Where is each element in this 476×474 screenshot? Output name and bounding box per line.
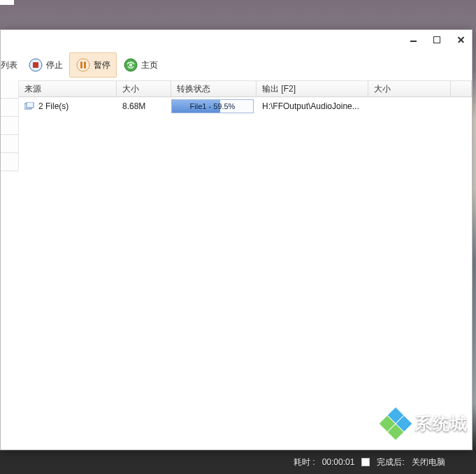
after-done-value: 关闭电脑 — [412, 457, 445, 468]
pause-label: 暂停 — [94, 59, 110, 71]
cell-state: File1 - 59.5% — [171, 97, 257, 115]
table-content: 来源 大小 转换状态 输出 [F2] 大小 2 File(s) — [19, 80, 472, 450]
stop-button[interactable]: 停止 — [22, 52, 69, 78]
app-window: 列表 停止 暂停 — [0, 29, 473, 450]
col-source[interactable]: 来源 — [19, 81, 117, 96]
col-output[interactable]: 输出 [F2] — [257, 81, 368, 96]
side-cell — [1, 99, 19, 117]
after-done-checkbox[interactable] — [361, 458, 370, 466]
main-area: 来源 大小 转换状态 输出 [F2] 大小 2 File(s) — [1, 80, 472, 450]
table-row[interactable]: 2 File(s) 8.68M File1 - 59.5% H:\FFOutpu… — [19, 97, 472, 115]
svg-rect-1 — [33, 62, 38, 68]
background-strip — [0, 0, 14, 5]
cell-size: 8.68M — [117, 97, 171, 115]
pause-icon — [75, 57, 91, 73]
side-cell — [1, 117, 19, 135]
pause-button[interactable]: 暂停 — [69, 52, 117, 78]
after-done-label: 完成后: — [377, 457, 404, 468]
col-source-label: 来源 — [24, 83, 41, 95]
elapsed-label: 耗时 : — [294, 457, 315, 468]
toolbar: 列表 停止 暂停 — [1, 50, 472, 80]
svg-rect-4 — [84, 62, 86, 69]
side-cell — [1, 135, 19, 153]
col-size2-label: 大小 — [374, 83, 391, 95]
home-button[interactable]: 主页 — [117, 52, 164, 78]
watermark: 系统城 — [382, 410, 468, 438]
svg-point-2 — [77, 59, 89, 71]
side-cell — [1, 153, 19, 171]
svg-rect-8 — [27, 102, 34, 108]
col-state-label: 转换状态 — [177, 83, 210, 95]
stop-icon — [28, 57, 43, 73]
cell-source: 2 File(s) — [19, 97, 117, 115]
files-icon — [24, 102, 34, 110]
cell-spacer — [451, 97, 472, 115]
watermark-logo-icon — [382, 410, 410, 438]
close-button[interactable] — [454, 34, 468, 46]
table-header: 来源 大小 转换状态 输出 [F2] 大小 — [19, 80, 472, 97]
cell-size2 — [368, 97, 451, 115]
source-value: 2 File(s) — [38, 101, 68, 111]
col-spacer — [451, 81, 472, 96]
home-icon — [123, 57, 138, 73]
cell-output: H:\FFOutput\AudioJoine... — [257, 97, 368, 115]
title-bar — [1, 30, 472, 50]
svg-point-6 — [129, 64, 132, 66]
col-size2[interactable]: 大小 — [368, 81, 451, 96]
progress-bar: File1 - 59.5% — [171, 99, 254, 113]
external-status-bar: 耗时 : 00:00:01 完成后: 关闭电脑 — [294, 454, 469, 470]
progress-text: File1 - 59.5% — [190, 102, 236, 110]
col-output-label: 输出 [F2] — [262, 83, 296, 95]
svg-rect-3 — [80, 62, 82, 69]
col-size-label: 大小 — [122, 83, 139, 95]
col-size[interactable]: 大小 — [117, 81, 171, 96]
home-label: 主页 — [141, 59, 158, 71]
elapsed-value: 00:00:01 — [322, 457, 355, 467]
left-side-strip — [1, 80, 19, 450]
watermark-text: 系统城 — [415, 415, 468, 432]
stop-label: 停止 — [46, 59, 63, 71]
col-state[interactable]: 转换状态 — [171, 81, 257, 96]
side-cell — [1, 80, 19, 99]
toolbar-left-label: 列表 — [1, 50, 22, 80]
output-value: H:\FFOutput\AudioJoine... — [262, 101, 359, 111]
size-value: 8.68M — [122, 101, 145, 111]
minimize-button[interactable] — [406, 34, 420, 46]
list-label: 列表 — [1, 59, 17, 71]
maximize-button[interactable] — [430, 34, 444, 46]
